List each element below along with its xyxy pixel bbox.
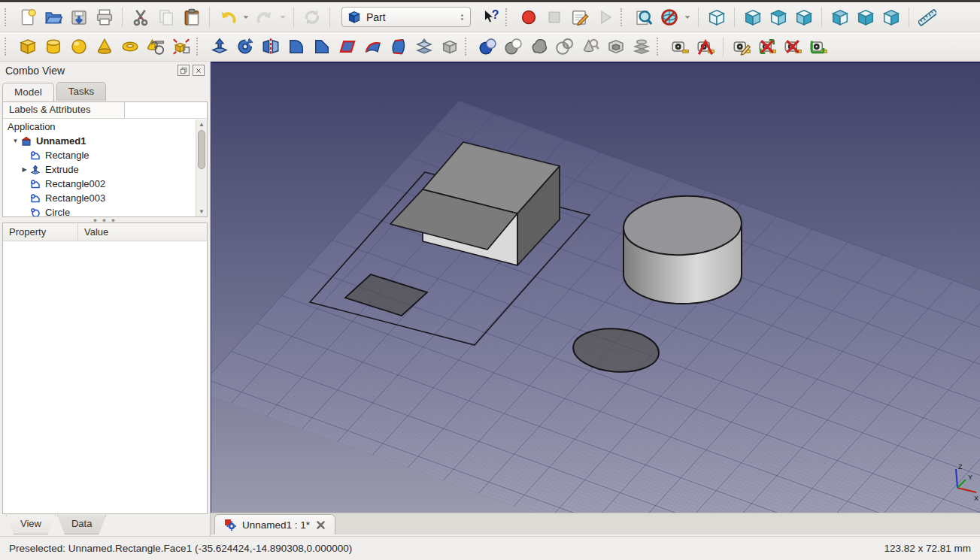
toolbar-grip[interactable] [196,38,202,56]
scroll-down-icon[interactable]: ▼ [196,207,207,216]
tab-tasks[interactable]: Tasks [56,82,107,101]
tree-scrollbar[interactable]: ▲ ▼ [196,120,207,216]
scroll-up-icon[interactable]: ▲ [196,120,207,129]
toolbar-grip[interactable] [465,38,470,56]
part-box-button[interactable] [15,35,40,59]
expander-icon[interactable]: ▼ [11,138,20,144]
part-primitives-button[interactable] [143,35,168,59]
copy-button[interactable] [153,5,178,29]
tab-model[interactable]: Model [2,83,54,101]
toolbar-grip[interactable] [620,8,626,26]
part-cylinder-button[interactable] [41,35,65,59]
part-ruled-surface-button[interactable] [360,35,385,59]
measure-linear-button[interactable] [667,35,692,59]
property-table-body[interactable] [3,241,207,513]
measure-edit-button[interactable] [729,35,754,59]
print-button[interactable] [92,5,117,29]
part-thickness-button[interactable] [437,35,462,59]
part-primitives-icon [147,38,165,56]
view-top-button[interactable] [766,5,790,29]
part-intersection-button[interactable] [552,35,577,59]
part-shapebuilder-button[interactable] [168,35,193,59]
part-loft-button[interactable] [386,35,411,59]
tree-item-application[interactable]: Application [3,120,196,134]
view-rear-button[interactable] [827,5,852,29]
tree-item-rectangle002[interactable]: Rectangle002 [3,177,196,191]
tree-item-unnamed1[interactable]: ▼Unnamed1 [3,134,196,148]
view-right-button[interactable] [791,5,816,29]
dropdown-caret[interactable] [278,5,288,29]
measure-distance-button[interactable] [915,5,939,29]
paste-button[interactable] [179,5,204,29]
tree-item-label: Unnamed1 [36,135,86,147]
part-makeface-button[interactable] [335,35,360,59]
view-bottom-button[interactable] [853,5,878,29]
document-tab[interactable]: Unnamed1 : 1* [214,514,335,534]
part-revolve-button[interactable] [232,35,257,59]
view-left-button[interactable] [878,5,903,29]
part-check-geometry-button[interactable] [578,35,602,59]
measure-toggle-3d-button[interactable] [780,35,805,59]
part-sphere-button[interactable] [66,35,91,59]
refresh-button[interactable] [299,5,324,29]
part-sphere-icon [70,38,88,56]
fit-all-button[interactable] [631,5,656,29]
workbench-selector[interactable]: Part [341,7,471,27]
tree-item-extrude[interactable]: ▶Extrude [3,162,196,177]
part-cut-button[interactable] [501,35,526,59]
measure-toggle-delta-button[interactable] [806,35,830,59]
cylinder[interactable] [622,193,743,304]
panel-float-button[interactable] [177,65,190,76]
part-cone-button[interactable] [92,35,117,59]
toolbar-separator [122,8,123,27]
save-button[interactable] [66,5,91,29]
part-fillet-button[interactable] [284,35,308,59]
measure-angular-button[interactable] [693,35,718,59]
3d-viewport[interactable]: Z Y X [211,63,980,513]
new-document-button[interactable] [15,5,40,29]
tree-item-rectangle003[interactable]: Rectangle003 [3,191,196,205]
dropdown-caret[interactable] [241,5,251,29]
macro-edit-button[interactable] [567,5,592,29]
macro-record-button[interactable] [516,5,541,29]
tab-view[interactable]: View [6,515,56,534]
measure-angular-icon [696,38,715,56]
dropdown-caret[interactable] [682,5,693,29]
macro-stop-button[interactable] [542,5,566,29]
toolbar-grip[interactable] [5,8,10,26]
toolbar-grip[interactable] [657,38,662,56]
draw-style-button[interactable] [657,5,681,29]
expander-icon[interactable]: ▶ [20,166,29,173]
panel-splitter[interactable]: ● ● ● [0,217,210,222]
part-offset-button[interactable] [411,35,436,59]
part-boolean-button[interactable] [475,35,500,59]
caret-down-icon [684,14,691,21]
redo-button[interactable] [252,5,277,29]
tree-item-circle[interactable]: Circle [3,205,196,216]
toolbar-grip[interactable] [5,38,10,56]
open-folder-button[interactable] [41,5,65,29]
column-value[interactable]: Value [78,223,207,241]
cut-button[interactable] [128,5,153,29]
workbench-spinner-icon[interactable] [458,12,466,23]
view-axonometric-button[interactable] [704,5,729,29]
panel-close-button[interactable] [193,65,205,76]
whatsthis-button[interactable]: ? [478,5,502,29]
tree-item-rectangle[interactable]: Rectangle [3,148,196,162]
column-property[interactable]: Property [3,223,78,241]
scrollbar-thumb[interactable] [198,130,205,169]
part-union-button[interactable] [526,35,551,59]
macro-play-button[interactable] [593,5,617,29]
part-compound-button[interactable] [603,35,628,59]
part-torus-button[interactable] [117,35,142,59]
tab-close-icon[interactable] [316,520,326,530]
part-mirror-button[interactable] [258,35,283,59]
part-chamfer-button[interactable] [309,35,334,59]
measure-toggle-all-button[interactable] [754,35,779,59]
part-extrude-button[interactable] [207,35,232,59]
toolbar-grip[interactable] [505,8,511,26]
part-cross-sections-button[interactable] [629,35,654,59]
undo-button[interactable] [215,5,240,29]
view-front-button[interactable] [740,5,765,29]
tab-data[interactable]: Data [57,515,106,534]
